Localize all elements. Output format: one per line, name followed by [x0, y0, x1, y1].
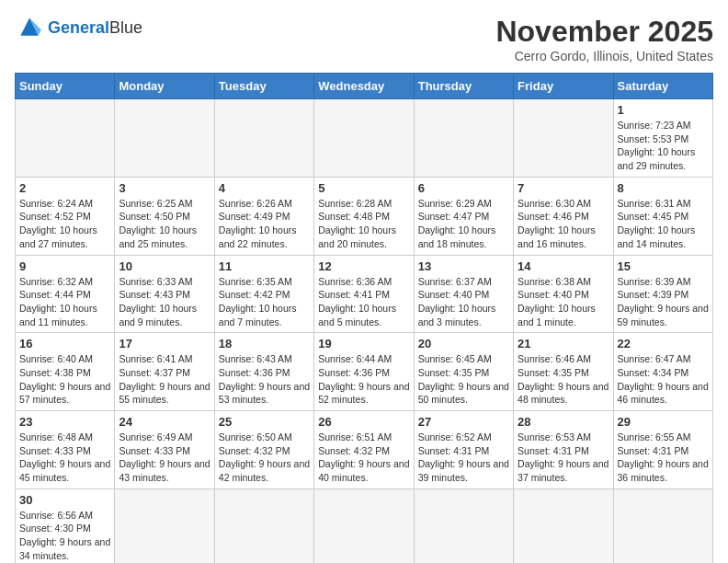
calendar-cell	[115, 99, 214, 178]
calendar-cell: 20Sunrise: 6:45 AM Sunset: 4:35 PM Dayli…	[414, 333, 513, 411]
day-number: 1	[618, 103, 709, 117]
day-number: 11	[219, 259, 310, 273]
day-info: Sunrise: 6:33 AM Sunset: 4:43 PM Dayligh…	[119, 275, 210, 329]
calendar-header-friday: Friday	[514, 74, 613, 99]
page-header: GeneralBlue November 2025 Cerro Gordo, I…	[15, 15, 713, 63]
calendar-cell	[214, 488, 313, 563]
day-info: Sunrise: 6:28 AM Sunset: 4:48 PM Dayligh…	[318, 197, 409, 251]
calendar-cell: 12Sunrise: 6:36 AM Sunset: 4:41 PM Dayli…	[314, 255, 414, 333]
day-number: 26	[318, 415, 409, 429]
logo-text: GeneralBlue	[48, 18, 142, 38]
calendar-week-row: 2Sunrise: 6:24 AM Sunset: 4:52 PM Daylig…	[16, 177, 713, 255]
day-info: Sunrise: 6:51 AM Sunset: 4:32 PM Dayligh…	[318, 431, 409, 485]
day-info: Sunrise: 6:31 AM Sunset: 4:45 PM Dayligh…	[618, 197, 709, 251]
day-info: Sunrise: 6:38 AM Sunset: 4:40 PM Dayligh…	[518, 275, 609, 329]
day-number: 2	[19, 181, 110, 195]
day-info: Sunrise: 6:46 AM Sunset: 4:35 PM Dayligh…	[518, 352, 609, 407]
day-number: 6	[418, 181, 509, 195]
day-number: 21	[518, 337, 609, 350]
calendar-cell: 22Sunrise: 6:47 AM Sunset: 4:34 PM Dayli…	[613, 333, 712, 411]
calendar-cell: 11Sunrise: 6:35 AM Sunset: 4:42 PM Dayli…	[214, 255, 313, 333]
day-info: Sunrise: 6:35 AM Sunset: 4:42 PM Dayligh…	[219, 275, 310, 329]
calendar-week-row: 9Sunrise: 6:32 AM Sunset: 4:44 PM Daylig…	[16, 255, 713, 333]
calendar-cell: 7Sunrise: 6:30 AM Sunset: 4:46 PM Daylig…	[514, 177, 613, 255]
calendar-cell: 1Sunrise: 7:23 AM Sunset: 5:53 PM Daylig…	[613, 99, 712, 178]
calendar-cell	[314, 99, 414, 178]
logo-icon	[15, 15, 44, 40]
day-number: 13	[418, 259, 509, 273]
calendar-header-row: SundayMondayTuesdayWednesdayThursdayFrid…	[16, 74, 713, 99]
location-title: Cerro Gordo, Illinois, United States	[495, 49, 713, 63]
calendar-header-sunday: Sunday	[16, 74, 115, 99]
day-number: 5	[318, 181, 409, 195]
day-info: Sunrise: 6:37 AM Sunset: 4:40 PM Dayligh…	[418, 275, 509, 329]
calendar-cell	[414, 488, 513, 563]
title-block: November 2025 Cerro Gordo, Illinois, Uni…	[495, 15, 713, 63]
day-number: 3	[119, 181, 210, 195]
calendar-week-row: 1Sunrise: 7:23 AM Sunset: 5:53 PM Daylig…	[16, 99, 713, 178]
day-info: Sunrise: 6:26 AM Sunset: 4:49 PM Dayligh…	[219, 197, 310, 251]
calendar-cell: 8Sunrise: 6:31 AM Sunset: 4:45 PM Daylig…	[613, 177, 712, 255]
day-info: Sunrise: 6:32 AM Sunset: 4:44 PM Dayligh…	[19, 275, 110, 329]
day-number: 12	[318, 259, 409, 273]
calendar-cell: 19Sunrise: 6:44 AM Sunset: 4:36 PM Dayli…	[314, 333, 414, 411]
calendar-cell: 17Sunrise: 6:41 AM Sunset: 4:37 PM Dayli…	[115, 333, 214, 411]
day-number: 15	[618, 259, 709, 273]
day-number: 27	[418, 415, 509, 429]
day-info: Sunrise: 6:30 AM Sunset: 4:46 PM Dayligh…	[518, 197, 609, 251]
calendar-cell: 26Sunrise: 6:51 AM Sunset: 4:32 PM Dayli…	[314, 411, 414, 489]
day-info: Sunrise: 6:48 AM Sunset: 4:33 PM Dayligh…	[19, 431, 110, 485]
calendar-cell	[613, 488, 712, 563]
day-info: Sunrise: 6:41 AM Sunset: 4:37 PM Dayligh…	[119, 352, 210, 407]
day-number: 8	[618, 181, 709, 195]
day-number: 17	[119, 337, 210, 350]
calendar-cell	[214, 99, 313, 178]
day-number: 24	[119, 415, 210, 429]
calendar-cell: 10Sunrise: 6:33 AM Sunset: 4:43 PM Dayli…	[115, 255, 214, 333]
day-number: 22	[618, 337, 709, 350]
day-number: 19	[318, 337, 409, 350]
day-info: Sunrise: 6:43 AM Sunset: 4:36 PM Dayligh…	[219, 352, 310, 407]
day-info: Sunrise: 6:24 AM Sunset: 4:52 PM Dayligh…	[19, 197, 110, 251]
calendar-cell: 16Sunrise: 6:40 AM Sunset: 4:38 PM Dayli…	[16, 333, 115, 411]
day-number: 14	[518, 259, 609, 273]
calendar-cell: 3Sunrise: 6:25 AM Sunset: 4:50 PM Daylig…	[115, 177, 214, 255]
calendar-header-tuesday: Tuesday	[214, 74, 313, 99]
day-info: Sunrise: 6:50 AM Sunset: 4:32 PM Dayligh…	[219, 431, 310, 485]
day-info: Sunrise: 6:39 AM Sunset: 4:39 PM Dayligh…	[618, 275, 709, 329]
calendar-cell	[414, 99, 513, 178]
day-number: 7	[518, 181, 609, 195]
calendar-cell: 2Sunrise: 6:24 AM Sunset: 4:52 PM Daylig…	[16, 177, 115, 255]
calendar-week-row: 16Sunrise: 6:40 AM Sunset: 4:38 PM Dayli…	[16, 333, 713, 411]
calendar-cell: 6Sunrise: 6:29 AM Sunset: 4:47 PM Daylig…	[414, 177, 513, 255]
day-number: 16	[19, 337, 110, 350]
calendar-cell	[314, 488, 414, 563]
day-number: 20	[418, 337, 509, 350]
calendar-cell: 23Sunrise: 6:48 AM Sunset: 4:33 PM Dayli…	[16, 411, 115, 489]
day-info: Sunrise: 7:23 AM Sunset: 5:53 PM Dayligh…	[618, 119, 709, 173]
calendar-body: 1Sunrise: 7:23 AM Sunset: 5:53 PM Daylig…	[16, 99, 713, 564]
day-info: Sunrise: 6:40 AM Sunset: 4:38 PM Dayligh…	[19, 352, 110, 407]
calendar-header-wednesday: Wednesday	[314, 74, 414, 99]
day-number: 4	[219, 181, 310, 195]
calendar-cell: 15Sunrise: 6:39 AM Sunset: 4:39 PM Dayli…	[613, 255, 712, 333]
calendar-cell: 25Sunrise: 6:50 AM Sunset: 4:32 PM Dayli…	[214, 411, 313, 489]
day-number: 18	[219, 337, 310, 350]
calendar-cell: 28Sunrise: 6:53 AM Sunset: 4:31 PM Dayli…	[514, 411, 613, 489]
calendar-cell: 18Sunrise: 6:43 AM Sunset: 4:36 PM Dayli…	[214, 333, 313, 411]
calendar-cell	[514, 488, 613, 563]
day-info: Sunrise: 6:49 AM Sunset: 4:33 PM Dayligh…	[119, 431, 210, 485]
calendar-cell: 14Sunrise: 6:38 AM Sunset: 4:40 PM Dayli…	[514, 255, 613, 333]
day-number: 28	[518, 415, 609, 429]
day-info: Sunrise: 6:47 AM Sunset: 4:34 PM Dayligh…	[618, 352, 709, 407]
day-info: Sunrise: 6:29 AM Sunset: 4:47 PM Dayligh…	[418, 197, 509, 251]
month-title: November 2025	[495, 15, 713, 49]
calendar-cell: 4Sunrise: 6:26 AM Sunset: 4:49 PM Daylig…	[214, 177, 313, 255]
calendar-header-monday: Monday	[115, 74, 214, 99]
day-info: Sunrise: 6:55 AM Sunset: 4:31 PM Dayligh…	[618, 431, 709, 485]
calendar-cell: 30Sunrise: 6:56 AM Sunset: 4:30 PM Dayli…	[16, 488, 115, 563]
day-info: Sunrise: 6:44 AM Sunset: 4:36 PM Dayligh…	[318, 352, 409, 407]
calendar-week-row: 23Sunrise: 6:48 AM Sunset: 4:33 PM Dayli…	[16, 411, 713, 489]
day-number: 25	[219, 415, 310, 429]
calendar-header-saturday: Saturday	[613, 74, 712, 99]
